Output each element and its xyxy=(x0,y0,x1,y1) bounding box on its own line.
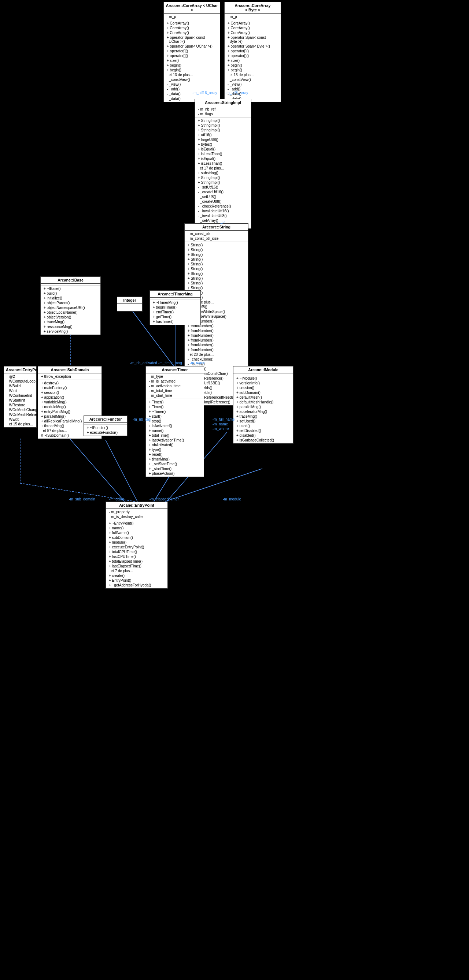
label-m-nb-activated: -m_nb_activated xyxy=(130,361,157,365)
box-arcane-ientrypoint-title: Arcane::IEntryPoint xyxy=(4,366,36,374)
box-stringimpl-methods: + StringImpl() + StringImpl() + StringIm… xyxy=(195,118,251,228)
box-corearray-uchar-attrs: - m_p xyxy=(164,14,220,20)
label-m-elapsed-timer: -m_elapsed_timer xyxy=(150,497,179,501)
box-corearray-uchar-methods: + CoreArray() + CoreArray() + CoreArray(… xyxy=(164,20,220,102)
box-arccore-ifunctor-methods: + ~IFunctor() + executeFunctor() xyxy=(84,425,127,436)
box-arcane-timer-attrs: - m_type - m_is_activated - m_activation… xyxy=(146,374,204,399)
box-arccore-ifunctor-title: Arccore::IFunctor xyxy=(84,416,127,423)
box-arcane-entrypoint: Arcane::EntryPoint - m_property - m_is_d… xyxy=(105,501,168,589)
box-arcane-timer-title: Arcane::Timer xyxy=(146,366,204,374)
box-integer-empty xyxy=(117,304,142,311)
label-m-full-name: -m_full_name xyxy=(212,417,235,422)
box-arcane-ibase-title: Arcane::IBase xyxy=(41,277,100,284)
svg-line-8 xyxy=(70,439,124,501)
box-stringimpl-title: Arccore::StringImpl xyxy=(195,99,251,106)
box-corearray-uchar: Arccore::CoreArray < UChar > - m_p + Cor… xyxy=(163,2,220,102)
label-m-timer-mng: -m_timer_mng xyxy=(158,361,182,365)
box-arcane-entrypoint-title: Arcane::EntryPoint xyxy=(106,502,168,509)
box-stringimpl-attrs: - m_nb_ref - m_flags xyxy=(195,106,251,118)
label-m-utf16-array: -m_utf16_array xyxy=(192,91,217,95)
box-arcane-isubdomain-title: Arcane::ISubDomain xyxy=(38,366,102,374)
label-m-name-ep: -m_name xyxy=(212,422,228,426)
box-arcane-itimermng: Arcane::ITimerMng + ~ITimerMng() + begin… xyxy=(150,290,201,325)
label-m-p: -m_p xyxy=(216,220,225,224)
box-arcane-entrypoint-methods: + ~EntryPoint() + name() + fullName() + … xyxy=(106,520,168,588)
label-m-where: -m_where xyxy=(212,427,229,431)
box-stringimpl: Arccore::StringImpl - m_nb_ref - m_flags… xyxy=(195,99,251,229)
box-arcane-entrypoint-attrs: - m_property - m_is_destroy_caller xyxy=(106,509,168,520)
box-arccore-ifunctor: Arccore::IFunctor + ~IFunctor() + execut… xyxy=(83,415,128,436)
box-arcane-ibase: Arcane::IBase + ~IBase() + build() + ini… xyxy=(40,277,101,335)
box-arcstring-attrs: - m_const_ptr - m_const_ptr_size xyxy=(185,231,248,242)
box-arcane-ibase-methods: + ~IBase() + build() + initialize() + ob… xyxy=(41,286,100,335)
box-arcane-timer-methods: + Timer() + Timer() + ~Timer() + start()… xyxy=(146,399,204,477)
label-m-module: -m_module xyxy=(223,497,241,501)
label-m-utf8-array: -m_utf8_array xyxy=(225,91,248,95)
label-m-caller: -m_caller xyxy=(109,497,124,501)
svg-line-9 xyxy=(105,440,137,501)
label-m-nb-call: -m_nb_call xyxy=(132,417,151,422)
label-m-name-timer: -m_name xyxy=(190,361,205,365)
box-arcane-imodule-title: Arcane::IModule xyxy=(233,366,293,374)
box-corearray-byte-attrs: - m_p xyxy=(225,14,281,20)
box-arcane-imodule-methods: + ~IModule() + versionInfo() + session()… xyxy=(233,375,293,443)
box-arcane-timer: Arcane::Timer - m_type - m_is_activated … xyxy=(145,366,204,477)
box-arcane-itimermng-methods: + ~ITimerMng() + beginTimer() + endTimer… xyxy=(150,299,200,325)
box-arcane-ientrypoint-methods: - @2 WComputeLoop WBuild WInit WContinue… xyxy=(4,374,36,427)
diagram-container: Arccore::CoreArray < UChar > - m_p + Cor… xyxy=(0,0,469,980)
box-arcstring-title: Arccore::String xyxy=(185,224,248,231)
box-arcane-imodule: Arcane::IModule + ~IModule() + versionIn… xyxy=(233,366,294,444)
box-corearray-byte-methods: + CoreArray() + CoreArray() + CoreArray(… xyxy=(225,20,281,102)
box-corearray-byte-title: Arccore::CoreArray< Byte > xyxy=(225,2,281,14)
box-integer: Integer xyxy=(117,296,142,312)
box-arcane-itimermng-title: Arcane::ITimerMng xyxy=(150,291,200,298)
box-corearray-byte: Arccore::CoreArray< Byte > - m_p + CoreA… xyxy=(224,2,281,102)
label-m-sub-domain: -m_sub_domain xyxy=(69,497,95,501)
box-arcane-isubdomain-attrs: + throw_exception xyxy=(38,374,102,380)
box-arcane-ientrypoint: Arcane::IEntryPoint - @2 WComputeLoop WB… xyxy=(4,366,37,428)
box-integer-title: Integer xyxy=(117,297,142,304)
box-corearray-uchar-title: Arccore::CoreArray < UChar > xyxy=(164,2,220,14)
